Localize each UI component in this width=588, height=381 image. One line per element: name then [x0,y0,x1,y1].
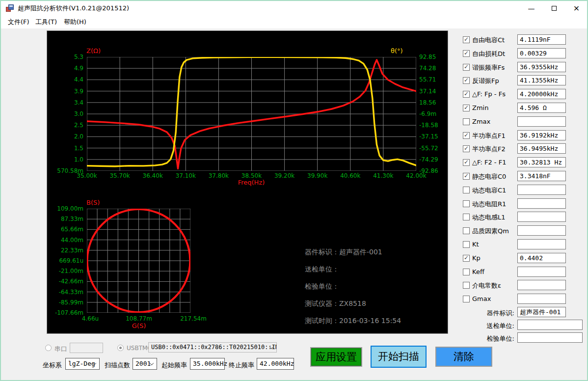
param-label: 谐振频率Fs [472,63,505,72]
g-axis-label: G(S) [119,322,159,329]
sender-unit-field[interactable] [517,320,583,330]
param-checkbox[interactable]: ✓ [463,255,470,262]
param-checkbox[interactable]: ✓ [463,91,470,98]
param-value-field[interactable]: 3.3418nF [517,171,566,181]
app-icon [6,4,14,12]
param-checkbox[interactable] [463,214,470,220]
param-value-field[interactable] [517,198,566,209]
freq-axis-label: Freq(Hz) [232,179,271,186]
serial-label: 串口 [54,345,67,354]
param-value-field[interactable]: 0.4402 [517,253,566,263]
b-axis-tick: 65.66m [48,226,83,233]
param-checkbox[interactable] [463,227,470,234]
param-value-field[interactable] [517,185,566,195]
param-label: 自由电容Ct [472,36,505,45]
freq-axis-tick: 42.00k [399,172,433,179]
info-check-unit: 检验单位： [305,281,401,299]
param-checkbox[interactable] [463,241,470,248]
z-axis-tick: 2.0 [48,133,83,140]
menu-help[interactable]: 帮助(H) [64,16,86,28]
param-value-field[interactable]: 41.1355kHz [517,75,566,85]
stop-freq-label: 终止频率 [229,361,254,370]
start-scan-button[interactable]: 开始扫描 [371,346,427,368]
stop-freq-field[interactable]: 42.000kHz [257,358,294,370]
param-label: 动态电容C1 [472,186,506,195]
param-checkbox[interactable] [463,269,470,275]
param-value-field[interactable]: 36.9355kHz [517,62,566,72]
param-checkbox[interactable]: ✓ [463,64,470,71]
param-checkbox[interactable]: ✓ [463,36,470,43]
param-value-field[interactable] [517,294,566,304]
param-checkbox[interactable]: ✓ [463,145,470,152]
check-unit-field[interactable] [517,332,583,343]
b-axis-tick: -42.66m [48,278,83,285]
start-freq-field[interactable]: 35.000kHz [190,358,225,370]
param-label: Zmin [472,104,488,111]
chart-panel: Z(Ω) θ(°) Freq(Hz) B(S) G(S) 器件标识：超声器件-0… [47,30,448,334]
coord-system-value: lgZ-Deg [68,360,95,367]
param-label: 品质因素Qm [472,227,509,236]
param-value-field[interactable]: 36.9192kHz [517,130,566,140]
param-value-field[interactable]: 4.1119nF [517,34,566,45]
maximize-icon [552,6,557,11]
menu-file[interactable]: 文件(F) [8,16,29,28]
titlebar: 超声阻抗分析软件(V1.0.21@201512) — × [1,1,587,16]
param-checkbox[interactable] [463,296,470,302]
device-id-field[interactable]: 超声器件-001 [517,307,566,317]
param-checkbox[interactable]: ✓ [463,173,470,180]
usbtmc-address-combo[interactable]: USB0::0x0471::0x2786::T020215010::INSTR [148,342,277,353]
b-axis-tick: 109.00m [48,205,83,212]
param-value-field[interactable] [517,267,566,277]
theta-axis-tick: 55.71 [419,76,436,83]
param-value-field[interactable] [517,280,566,290]
z-axis-tick: 4.4 [48,76,83,83]
coord-system-label: 坐标系 [43,361,62,370]
param-value-field[interactable] [517,239,566,249]
z-axis-tick: 2.5 [48,122,83,129]
serial-port-combo[interactable] [70,343,103,353]
sweep-points-label: 扫描点数 [105,361,130,370]
b-axis-tick: -21.00m [48,268,83,274]
usbtmc-radio[interactable] [117,345,124,351]
info-device-id: 器件标识：超声器件-001 [305,247,401,264]
close-button[interactable]: × [565,1,588,16]
param-value-field[interactable] [517,116,566,127]
param-value-field[interactable] [517,212,566,222]
param-checkbox[interactable]: ✓ [463,77,470,84]
param-checkbox[interactable] [463,187,470,193]
param-value-field[interactable]: 4.596 Ω [517,103,566,113]
freq-axis-tick: 38.50k [235,172,269,179]
menu-tools[interactable]: 工具(T) [35,16,57,28]
z-axis-tick: 5.3 [48,54,83,60]
param-checkbox[interactable] [463,200,470,207]
sweep-points-combo[interactable]: 2001 [133,358,157,370]
g-axis-tick: 217.54m [174,315,213,322]
param-checkbox[interactable]: ✓ [463,105,470,111]
theta-axis-tick: -55.72 [419,145,438,152]
usbtmc-address-value: USB0::0x0471::0x2786::T020215010::INSTR [151,344,277,351]
clear-button[interactable]: 清除 [435,347,492,367]
apply-settings-button[interactable]: 应用设置 [310,347,362,367]
window-title: 超声阻抗分析软件(V1.0.21@201512) [18,1,129,16]
coord-system-combo[interactable]: lgZ-Deg [65,358,100,370]
param-value-field[interactable]: 36.9495kHz [517,143,566,154]
param-value-field[interactable]: 30.32813 Hz [517,157,566,167]
param-checkbox[interactable] [463,282,470,289]
param-value-field[interactable]: 0.00329 [517,48,566,58]
b-axis-label: B(S) [86,199,100,206]
freq-axis-tick: 37.80k [201,172,236,179]
serial-radio[interactable] [45,345,52,351]
param-label: 介电常数ε [472,281,501,290]
freq-axis-tick: 39.20k [267,172,302,179]
param-value-field[interactable]: 4.20000kHz [517,89,566,99]
param-checkbox[interactable]: ✓ [463,132,470,139]
param-value-field[interactable] [517,225,566,236]
maximize-button[interactable] [543,1,565,16]
param-checkbox[interactable]: ✓ [463,159,470,166]
b-axis-tick: 669.61u [48,257,83,264]
check-unit-label: 检验单位: [460,334,514,343]
param-checkbox[interactable] [463,118,470,125]
minimize-button[interactable]: — [520,1,542,16]
freq-axis-tick: 37.10k [168,172,203,179]
param-checkbox[interactable]: ✓ [463,50,470,57]
